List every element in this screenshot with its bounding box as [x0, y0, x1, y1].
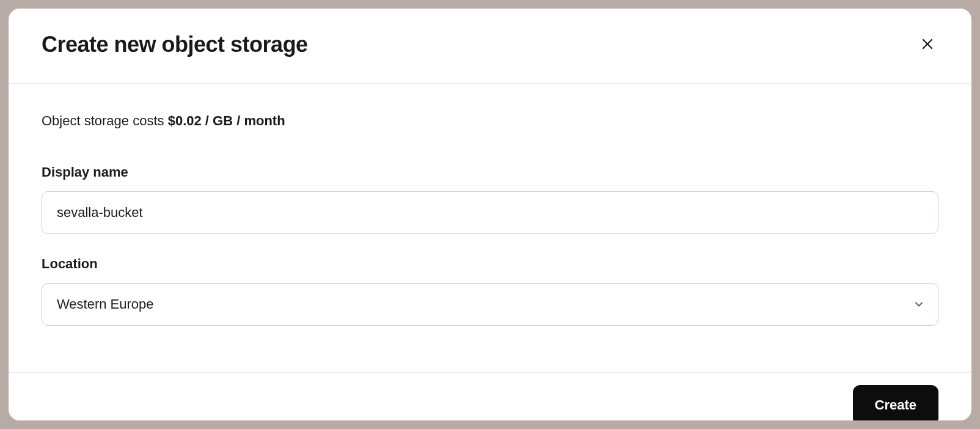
modal-footer: Create [9, 372, 971, 420]
display-name-group: Display name [42, 164, 938, 234]
cost-prefix: Object storage costs [42, 113, 168, 128]
cost-info: Object storage costs $0.02 / GB / month [42, 113, 938, 129]
create-button[interactable]: Create [853, 385, 938, 420]
location-label: Location [42, 256, 938, 272]
location-selected-value: Western Europe [57, 296, 154, 312]
modal-body: Object storage costs $0.02 / GB / month … [9, 84, 971, 372]
display-name-label: Display name [42, 164, 938, 180]
close-icon [920, 37, 935, 53]
close-button[interactable] [916, 33, 938, 57]
location-select-wrapper: Western Europe [42, 283, 938, 326]
location-group: Location Western Europe [42, 256, 938, 326]
display-name-input[interactable] [42, 191, 938, 234]
modal-header: Create new object storage [9, 9, 971, 84]
modal-title: Create new object storage [42, 32, 308, 57]
create-object-storage-modal: Create new object storage Object storage… [9, 9, 971, 420]
location-select[interactable]: Western Europe [42, 283, 938, 326]
cost-value: $0.02 / GB / month [168, 113, 285, 128]
